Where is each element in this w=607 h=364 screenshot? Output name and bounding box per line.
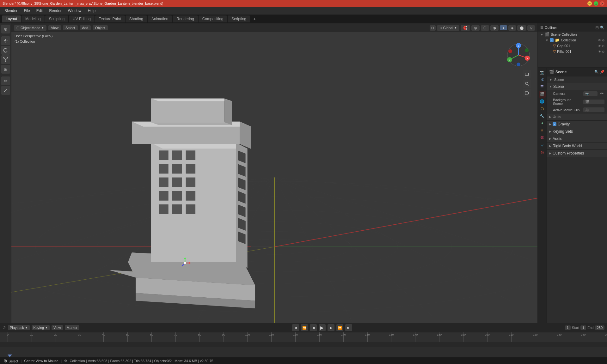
viewport-shading-options[interactable]: ▽ — [527, 25, 535, 31]
menu-edit[interactable]: Edit — [34, 8, 46, 14]
camera-value[interactable]: 📷 — [583, 91, 598, 96]
active-clip-value[interactable]: 🎥 — [583, 107, 604, 112]
tab-scripting[interactable]: Scripting — [228, 15, 250, 22]
menu-render[interactable]: Render — [46, 8, 64, 14]
outliner-search-button[interactable]: 🔍 — [600, 26, 604, 30]
timeline-ruler[interactable]: 0102030405060708090100110120130140150160… — [0, 332, 607, 342]
physics-icon[interactable]: ⚛ — [539, 127, 546, 134]
transform-tool-button[interactable]: ⊞ — [1, 65, 10, 74]
outliner-pillar001[interactable]: ▽ Pillar.001 👁 ⊙ — [538, 49, 607, 54]
gravity-section-header[interactable]: ▶ ✓ Gravity — [547, 121, 607, 128]
select-menu[interactable]: Select — [63, 25, 78, 30]
viewport-shading-wire[interactable]: ⊡ — [430, 25, 436, 31]
viewport[interactable]: ⬡ Object Mode ▼ View Select Add Object ⊡… — [11, 23, 537, 347]
end-frame-field[interactable]: 250 — [595, 325, 604, 330]
outliner-collection[interactable]: ▼ ✓ 📁 Collection 👁 ⊙ — [538, 37, 607, 43]
outliner-scene-collection[interactable]: ▼ 🎬 Scene Collection — [538, 32, 607, 37]
object-properties-icon[interactable]: ⬡ — [539, 105, 546, 112]
render-properties-icon[interactable]: 📷 — [539, 69, 546, 76]
outliner-cap001[interactable]: ▽ Cap.001 👁 ⊙ — [538, 43, 607, 49]
add-workspace-button[interactable]: + — [251, 15, 258, 23]
current-frame-field[interactable]: 1 — [565, 325, 571, 330]
audio-section-header[interactable]: ▶ Audio — [547, 135, 607, 142]
scale-tool-button[interactable] — [1, 55, 10, 64]
tab-layout[interactable]: Layout — [2, 15, 21, 22]
cap-hide-icon[interactable]: 👁 — [598, 44, 601, 48]
next-keyframe-button[interactable]: ⏩ — [336, 324, 343, 331]
snap-toggle[interactable]: 🧲 — [461, 25, 470, 31]
scene-section-header[interactable]: ▼ Scene — [547, 83, 607, 90]
playback-menu[interactable]: Playback ▼ — [8, 325, 30, 330]
viewport-shading-render[interactable]: ⬤ — [517, 25, 526, 31]
move-tool-button[interactable] — [1, 36, 10, 45]
tab-rendering[interactable]: Rendering — [173, 15, 198, 22]
world-properties-icon[interactable]: 🌐 — [539, 98, 546, 105]
menu-help[interactable]: Help — [85, 8, 98, 14]
prev-keyframe-button[interactable]: ⏪ — [301, 324, 308, 331]
maximize-button[interactable]: □ — [594, 1, 598, 6]
menu-file[interactable]: File — [21, 8, 32, 14]
view-menu[interactable]: View — [48, 25, 61, 30]
tab-shading[interactable]: Shading — [126, 15, 147, 22]
mode-selector[interactable]: ⬡ Object Mode ▼ — [14, 25, 46, 31]
modifier-properties-icon[interactable]: 🔧 — [539, 112, 546, 119]
viewport-shading-solid[interactable]: ● — [500, 25, 507, 30]
step-back-button[interactable]: ◀ — [310, 324, 317, 331]
xray-toggle[interactable]: ◑ — [490, 25, 499, 31]
step-forward-button[interactable]: ▶ — [328, 324, 334, 331]
jump-start-button[interactable]: ⏮ — [292, 324, 299, 331]
menu-window[interactable]: Window — [65, 8, 84, 14]
data-properties-icon[interactable]: ▽ — [539, 142, 546, 149]
keying-menu[interactable]: Keying ▼ — [32, 325, 50, 330]
tab-modeling[interactable]: Modeling — [21, 15, 45, 22]
view-layer-icon[interactable]: ☰ — [539, 83, 546, 90]
viewport-shading-material[interactable]: ◈ — [508, 25, 516, 31]
tab-sculpting[interactable]: Sculpting — [45, 15, 68, 22]
annotate-tool-button[interactable]: ✏ — [1, 76, 10, 85]
overlay-toggle[interactable]: ⬡ — [481, 25, 489, 31]
global-local-toggle[interactable]: ⊕ Global ▼ — [437, 25, 460, 31]
restrict-icon[interactable]: ⊙ — [602, 39, 604, 42]
gravity-checkbox[interactable]: ✓ — [553, 122, 556, 126]
measure-tool-button[interactable] — [1, 86, 10, 95]
tab-animation[interactable]: Animation — [148, 15, 172, 22]
cap-restrict-icon[interactable]: ⊙ — [602, 44, 604, 48]
start-frame-field[interactable]: 1 — [580, 325, 586, 330]
pillar-restrict-icon[interactable]: ⊙ — [602, 50, 604, 53]
material-properties-icon[interactable]: ◎ — [539, 149, 546, 156]
keying-sets-header[interactable]: ▶ Keying Sets — [547, 128, 607, 135]
tab-texture-paint[interactable]: Texture Paint — [95, 15, 125, 22]
menu-blender[interactable]: Blender — [2, 8, 20, 14]
jump-end-button[interactable]: ⏭ — [345, 324, 352, 331]
view-timeline-menu[interactable]: View — [52, 325, 63, 330]
minimize-button[interactable]: ─ — [587, 1, 592, 6]
background-scene-value[interactable]: 🎬 — [583, 100, 604, 104]
navigation-gizmo[interactable]: Z X Y — [506, 42, 531, 68]
add-menu[interactable]: Add — [80, 25, 91, 30]
search-properties-button[interactable]: 🔍 — [594, 70, 599, 74]
tab-compositing[interactable]: Compositing — [199, 15, 227, 22]
rigid-body-header[interactable]: ▶ Rigid Body World — [547, 143, 607, 149]
output-properties-icon[interactable]: 🖨 — [539, 76, 546, 83]
hide-icon[interactable]: 👁 — [598, 39, 601, 42]
collection-checkbox[interactable]: ✓ — [550, 38, 554, 42]
pillar-hide-icon[interactable]: 👁 — [598, 50, 601, 53]
units-section-header[interactable]: ▶ Units — [547, 113, 607, 120]
outliner-filter-button[interactable]: ⊞ — [595, 25, 599, 30]
scene-properties-icon[interactable]: 🎬 — [539, 91, 546, 98]
constraints-icon[interactable]: ⛓ — [539, 134, 546, 141]
rotate-tool-button[interactable] — [1, 46, 10, 55]
object-menu[interactable]: Object — [93, 25, 108, 30]
pin-properties-button[interactable]: 📌 — [600, 70, 604, 74]
camera-perspective-button[interactable] — [523, 70, 531, 78]
camera-view-button[interactable] — [523, 89, 531, 97]
proportional-edit[interactable]: ◎ — [471, 25, 480, 31]
cursor-tool-button[interactable]: ⊕ — [1, 25, 10, 33]
custom-properties-header[interactable]: ▶ Custom Properties — [547, 150, 607, 157]
particles-icon[interactable]: ✦ — [539, 120, 546, 127]
marker-menu[interactable]: Marker — [65, 325, 79, 330]
tab-uv-editing[interactable]: UV Editing — [69, 15, 95, 22]
play-button[interactable]: ▶ — [319, 324, 326, 331]
close-button[interactable]: ✕ — [600, 1, 604, 6]
zoom-to-selection-button[interactable] — [523, 80, 531, 88]
